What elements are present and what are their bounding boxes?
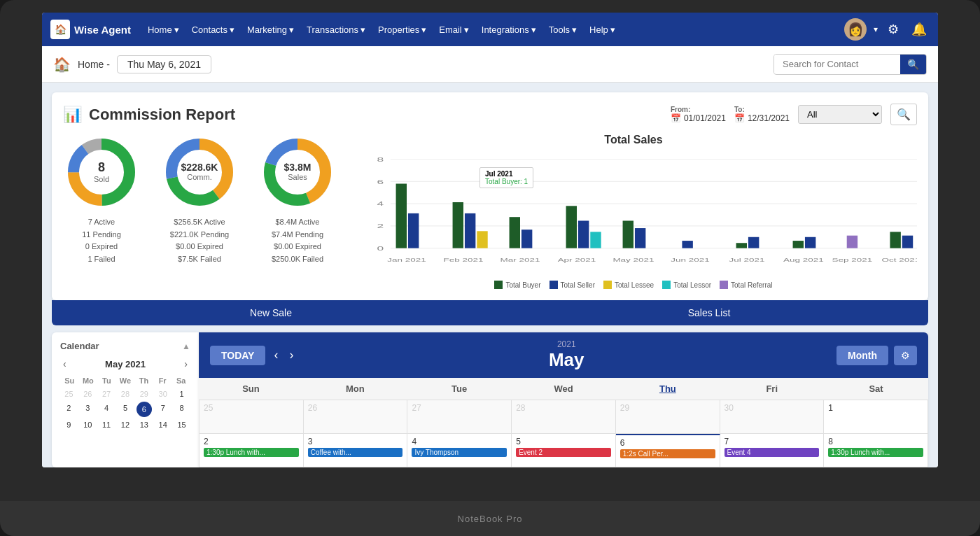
month-view-button[interactable]: Month	[836, 346, 888, 365]
nav-tools[interactable]: Tools ▾	[543, 22, 582, 38]
donut-sold-stats: 7 Active 11 Pending 0 Expired 1 Failed	[82, 216, 121, 265]
donut-sold-chart: 8 Sold	[63, 134, 140, 211]
cal-cell-may2[interactable]: 2 1:30p Lunch with...	[200, 434, 304, 467]
to-date-group: To: 📅 12/31/2021	[734, 106, 790, 123]
mini-cal-day[interactable]: 26	[79, 388, 97, 400]
mini-cal-day[interactable]: 14	[154, 418, 172, 431]
nav-help[interactable]: Help ▾	[584, 22, 621, 38]
full-cal-nav-left: TODAY ‹ ›	[210, 346, 296, 365]
mini-cal-day[interactable]: 4	[98, 402, 115, 417]
cal-cell-may6[interactable]: 6 1:2s Call Per...	[616, 434, 720, 467]
mini-cal-day[interactable]: 3	[79, 402, 97, 417]
nav-marketing[interactable]: Marketing ▾	[241, 22, 300, 38]
mini-cal-day[interactable]: 25	[60, 388, 78, 400]
mini-cal-day[interactable]: 15	[173, 418, 190, 431]
donut-charts: 8 Sold 7 Active 11 Pending 0 Expired 1 F…	[63, 134, 336, 265]
mini-cal-prev-button[interactable]: ‹	[60, 357, 69, 371]
mini-cal-next-button[interactable]: ›	[181, 357, 190, 371]
from-date-group: From: 📅 01/01/2021	[671, 106, 726, 123]
mini-cal-day[interactable]: 27	[98, 388, 115, 400]
settings-icon[interactable]: ⚙	[885, 19, 902, 40]
event-may7[interactable]: Event 4	[724, 448, 820, 457]
new-sale-button[interactable]: New Sale	[52, 300, 490, 325]
cal-cell-may5[interactable]: 5 Event 2	[512, 434, 616, 467]
cal-cell-apr30[interactable]: 30	[720, 400, 825, 434]
event-may6[interactable]: 1:2s Call Per...	[620, 449, 715, 458]
svg-text:Mar 2021: Mar 2021	[500, 257, 540, 262]
donut-sales-center: $3.8M Sales	[284, 162, 312, 181]
event-may2[interactable]: 1:30p Lunch with...	[204, 448, 299, 457]
search-input[interactable]	[774, 55, 900, 73]
cal-cell-apr28[interactable]: 28	[512, 400, 616, 434]
donut-sold-center: 8 Sold	[94, 161, 109, 183]
mini-cal-day[interactable]: 11	[98, 418, 115, 431]
svg-rect-41	[890, 232, 900, 248]
nav-items: Home ▾ Contacts ▾ Marketing ▾ Transactio…	[142, 22, 844, 38]
cal-cell-apr26[interactable]: 26	[304, 400, 408, 434]
cal-cell-may8[interactable]: 8 1:30p Lunch with...	[824, 434, 928, 467]
svg-rect-36	[736, 243, 747, 248]
cal-cell-may1[interactable]: 1	[824, 400, 928, 434]
event-may8[interactable]: 1:30p Lunch with...	[828, 448, 923, 457]
collapse-icon[interactable]: ▲	[182, 341, 190, 351]
mini-cal-day[interactable]: 5	[117, 402, 134, 417]
legend-color-lessee	[603, 281, 612, 289]
search-button[interactable]: 🔍	[900, 55, 926, 74]
svg-text:Oct 2021: Oct 2021	[881, 257, 917, 262]
mini-cal-today[interactable]: 6	[136, 402, 152, 417]
nav-properties[interactable]: Properties ▾	[372, 22, 432, 38]
mini-cal-day[interactable]: 10	[79, 418, 97, 431]
event-may3[interactable]: Coffee with...	[308, 448, 403, 457]
to-date[interactable]: 12/31/2021	[748, 113, 790, 123]
page-icon: 🏠	[53, 56, 71, 73]
main-content: 📊 Commission Report From: 📅 01/01/2021	[42, 83, 938, 467]
cal-cell-apr25[interactable]: 25	[200, 400, 304, 434]
cal-cell-may7[interactable]: 7 Event 4	[720, 434, 825, 467]
svg-text:Apr 2021: Apr 2021	[558, 257, 596, 262]
sales-list-button[interactable]: Sales List	[490, 300, 928, 325]
nav-integrations[interactable]: Integrations ▾	[476, 22, 542, 38]
commission-action-buttons: New Sale Sales List	[52, 300, 928, 325]
event-may5[interactable]: Event 2	[516, 448, 611, 457]
event-may4[interactable]: Ivy Thompson	[412, 448, 507, 457]
search-box: 🔍	[774, 54, 927, 75]
mini-cal-day[interactable]: 28	[117, 388, 134, 400]
mini-cal-day[interactable]: 30	[154, 388, 172, 400]
cal-prev-button[interactable]: ‹	[271, 348, 281, 362]
cal-header-mon: Mon	[303, 378, 407, 400]
nav-email[interactable]: Email ▾	[433, 22, 475, 38]
today-button[interactable]: TODAY	[210, 346, 265, 365]
chevron-down-icon: ▾	[572, 24, 577, 35]
mini-cal-day[interactable]: 7	[154, 402, 172, 417]
commission-filter-select[interactable]: All Active Pending Expired Failed	[798, 105, 882, 124]
cal-cell-apr29[interactable]: 29	[616, 400, 720, 434]
mini-cal-day[interactable]: 2	[60, 402, 78, 417]
from-date[interactable]: 01/01/2021	[684, 113, 726, 123]
chevron-down-icon: ▾	[421, 24, 426, 35]
chevron-down-icon[interactable]: ▾	[874, 24, 878, 34]
mini-cal-day[interactable]: 13	[135, 418, 153, 431]
commission-search-button[interactable]: 🔍	[890, 104, 917, 125]
nav-transactions[interactable]: Transactions ▾	[301, 22, 371, 38]
cal-header-thu: Thu	[615, 378, 720, 400]
nav-home[interactable]: Home ▾	[142, 22, 185, 38]
mini-cal-day[interactable]: 8	[173, 402, 190, 417]
cal-next-button[interactable]: ›	[286, 348, 296, 362]
cal-settings-button[interactable]: ⚙	[894, 346, 917, 365]
mini-cal-day[interactable]: 9	[60, 418, 78, 431]
mini-cal-day[interactable]: 1	[173, 388, 190, 400]
navbar: 🏠 Wise Agent Home ▾ Contacts ▾ Marketing…	[42, 13, 938, 46]
calendar-icon: 📅	[734, 113, 745, 123]
calendar-icon: 📅	[671, 113, 681, 123]
mini-cal-day[interactable]: 29	[135, 388, 153, 400]
svg-rect-32	[590, 232, 601, 248]
avatar[interactable]: 👩	[844, 18, 867, 41]
cal-cell-apr27[interactable]: 27	[407, 400, 512, 434]
mini-cal-day[interactable]: 12	[117, 418, 134, 431]
calendar-month-year: 2021 May	[549, 339, 584, 371]
nav-logo[interactable]: 🏠 Wise Agent	[50, 20, 131, 39]
cal-cell-may4[interactable]: 4 Ivy Thompson	[407, 434, 512, 467]
nav-contacts[interactable]: Contacts ▾	[186, 22, 240, 38]
cal-cell-may3[interactable]: 3 Coffee with...	[304, 434, 408, 467]
notification-icon[interactable]: 🔔	[909, 19, 930, 40]
